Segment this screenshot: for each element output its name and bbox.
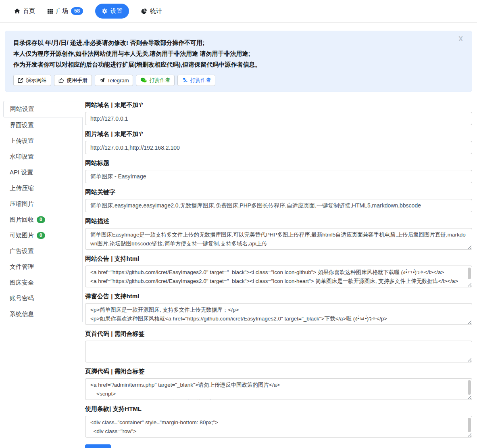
resize-grip-icon[interactable]	[467, 395, 471, 399]
alert-button-label: 演示网站	[26, 77, 47, 84]
paper-plane-icon	[99, 77, 105, 83]
resize-grip-icon[interactable]	[467, 283, 471, 287]
sidebar-item-label: 文件管理	[10, 263, 34, 271]
nav-item-label: 广场	[56, 7, 68, 15]
resize-grip-icon[interactable]	[467, 433, 471, 437]
nav-item-settings[interactable]: 设置	[95, 4, 129, 19]
textarea-text: <p>简单图床是一款开源图床, 支持多文件上传无数据库；</p> <p>如果你喜…	[90, 307, 387, 322]
form-group-site-announcement: 网站公告 | 支持html <a href="https://github.co…	[85, 255, 472, 287]
form-group-image-domain: 图片域名 | 末尾不加'/'	[85, 130, 472, 154]
form-group-site-title: 网站标题	[85, 159, 472, 183]
sidebar-item-upload-compress[interactable]: 上传压缩	[3, 180, 82, 196]
wechat-icon	[140, 77, 147, 83]
sidebar-item-compress-images[interactable]: 压缩图片	[3, 196, 82, 212]
sidebar-item-label: 账号密码	[10, 295, 34, 302]
alipay-icon	[182, 77, 187, 83]
footer-code-textarea[interactable]: <a href="/admin/terms.php" target="_blan…	[85, 378, 472, 400]
nav-item-label: 设置	[110, 7, 123, 15]
nav-item-label: 首页	[23, 7, 35, 15]
field-label: 网站域名 | 末尾不加'/'	[85, 101, 472, 109]
sidebar-item-upload-settings[interactable]: 上传设置	[3, 133, 82, 149]
top-navbar: 首页 广场 58 设置 统计	[0, 0, 477, 23]
settings-form: 网站域名 | 末尾不加'/' 图片域名 | 末尾不加'/' 网站标题 网站关键字…	[85, 101, 472, 448]
grid-icon	[47, 8, 53, 14]
terms-textarea[interactable]: <div class="container" style="margin-bot…	[85, 416, 472, 438]
form-group-site-domain: 网站域名 | 末尾不加'/'	[85, 101, 472, 125]
content-area: 网站设置 界面设置 上传设置 水印设置 API 设置 上传压缩 压缩图片 图片回…	[3, 101, 472, 448]
sidebar-item-image-recycle[interactable]: 图片回收0	[3, 212, 82, 228]
form-group-header-code: 页首代码 | 需闭合标签	[85, 330, 472, 362]
demo-site-button[interactable]: 演示网站	[13, 75, 51, 86]
sidebar-item-label: 网站设置	[10, 105, 34, 113]
sidebar-item-system-info[interactable]: 系统信息	[3, 306, 82, 322]
sidebar-item-watermark-settings[interactable]: 水印设置	[3, 149, 82, 165]
sidebar-item-account-password[interactable]: 账号密码	[3, 291, 82, 306]
home-icon	[14, 8, 20, 14]
field-label: 页首代码 | 需闭合标签	[85, 330, 472, 338]
sidebar-item-label: 上传设置	[10, 137, 34, 145]
alert-buttons-row: 演示网站 使用手册 Telegram 打赏作者 打赏作者	[13, 75, 464, 86]
close-icon[interactable]: X	[458, 36, 463, 42]
gears-icon	[102, 8, 108, 14]
scrollbar-thumb[interactable]	[468, 418, 471, 432]
nav-item-plaza[interactable]: 广场 58	[47, 7, 83, 15]
nav-item-stats[interactable]: 统计	[141, 7, 162, 15]
field-label: 网站描述	[85, 217, 472, 225]
nav-item-home[interactable]: 首页	[14, 7, 35, 15]
scrollbar-thumb[interactable]	[468, 380, 471, 395]
field-label: 网站关键字	[85, 188, 472, 196]
plaza-count-badge: 58	[71, 7, 83, 15]
alert-line: 本人仅为程序开源创作,如非法网站使用与本人无关,请勿用于非法用途 请勿用于非法用…	[13, 48, 464, 59]
site-keywords-input[interactable]	[85, 199, 472, 212]
alert-button-label: Telegram	[107, 77, 129, 84]
scrollbar-thumb[interactable]	[468, 268, 471, 279]
sidebar-item-website-settings[interactable]: 网站设置	[3, 101, 83, 117]
resize-grip-icon[interactable]	[467, 320, 471, 324]
form-group-description: 网站描述 简单图床EasyImage是一款支持多文件上传的无数据库图床,可以完美…	[85, 217, 472, 250]
form-group-keywords: 网站关键字	[85, 188, 472, 212]
form-group-terms: 使用条款| 支持HTML <div class="container" styl…	[85, 405, 472, 438]
recycle-count-badge: 0	[37, 216, 45, 224]
sidebar-item-label: 广告设置	[10, 247, 34, 255]
form-group-footer-code: 页脚代码 | 需闭合标签 <a href="/admin/terms.php" …	[85, 367, 472, 400]
textarea-text: <a href="https://github.com/icret/EasyIm…	[90, 269, 458, 287]
alert-button-label: 打赏作者	[149, 77, 170, 84]
sidebar-item-label: 图床安全	[10, 279, 34, 287]
resize-grip-icon[interactable]	[467, 358, 471, 362]
alert-line: 作为开发者你可以对相应的后台功能进行扩展(增删改相应代码),但请保留代码中源作者…	[13, 59, 464, 70]
image-domain-input[interactable]	[85, 141, 472, 154]
sidebar-item-file-management[interactable]: 文件管理	[3, 259, 82, 275]
save-button[interactable]: 保存	[85, 444, 111, 448]
sidebar-item-suspicious-images[interactable]: 可疑图片0	[3, 228, 82, 243]
form-group-popup-announcement: 弹窗公告 | 支持html <p>简单图床是一款开源图床, 支持多文件上传无数据…	[85, 292, 472, 325]
sidebar-item-label: API 设置	[10, 169, 33, 176]
notice-alert: X 目录保存以 年/月/日/ 递进,非必要请勿修改! 否则会导致部分操作不可用;…	[5, 31, 472, 92]
sidebar-item-gallery-security[interactable]: 图床安全	[3, 275, 82, 291]
settings-sidebar: 网站设置 界面设置 上传设置 水印设置 API 设置 上传压缩 压缩图片 图片回…	[3, 101, 83, 322]
site-announcement-textarea[interactable]: <a href="https://github.com/icret/EasyIm…	[85, 266, 472, 287]
suspicious-count-badge: 0	[37, 232, 45, 239]
sidebar-item-label: 界面设置	[10, 121, 34, 129]
donate-wechat-button[interactable]: 打赏作者	[136, 75, 175, 86]
resize-grip-icon[interactable]	[467, 245, 471, 249]
sidebar-item-api-settings[interactable]: API 设置	[3, 165, 82, 180]
site-title-input[interactable]	[85, 170, 472, 183]
site-domain-input[interactable]	[85, 112, 472, 125]
manual-button[interactable]: 使用手册	[54, 75, 92, 86]
field-label: 网站标题	[85, 159, 472, 167]
sidebar-item-label: 系统信息	[10, 310, 34, 318]
textarea-text: 简单图床EasyImage是一款支持多文件上传的无数据库图床,可以完美替代PHP…	[90, 232, 466, 247]
field-label: 使用条款| 支持HTML	[85, 405, 472, 413]
sidebar-item-label: 图片回收	[10, 216, 34, 224]
sidebar-item-ad-settings[interactable]: 广告设置	[3, 243, 82, 259]
alert-button-label: 打赏作者	[190, 77, 211, 84]
sidebar-item-label: 上传压缩	[10, 184, 34, 192]
sidebar-item-interface-settings[interactable]: 界面设置	[3, 117, 82, 133]
donate-alipay-button[interactable]: 打赏作者	[177, 75, 215, 86]
textarea-text: <a href="/admin/terms.php" target="_blan…	[90, 382, 280, 400]
telegram-button[interactable]: Telegram	[95, 75, 133, 86]
site-description-textarea[interactable]: 简单图床EasyImage是一款支持多文件上传的无数据库图床,可以完美替代PHP…	[85, 228, 472, 250]
nav-item-label: 统计	[150, 7, 162, 15]
header-code-textarea[interactable]	[85, 341, 472, 362]
popup-announcement-textarea[interactable]: <p>简单图床是一款开源图床, 支持多文件上传无数据库；</p> <p>如果你喜…	[85, 303, 472, 325]
